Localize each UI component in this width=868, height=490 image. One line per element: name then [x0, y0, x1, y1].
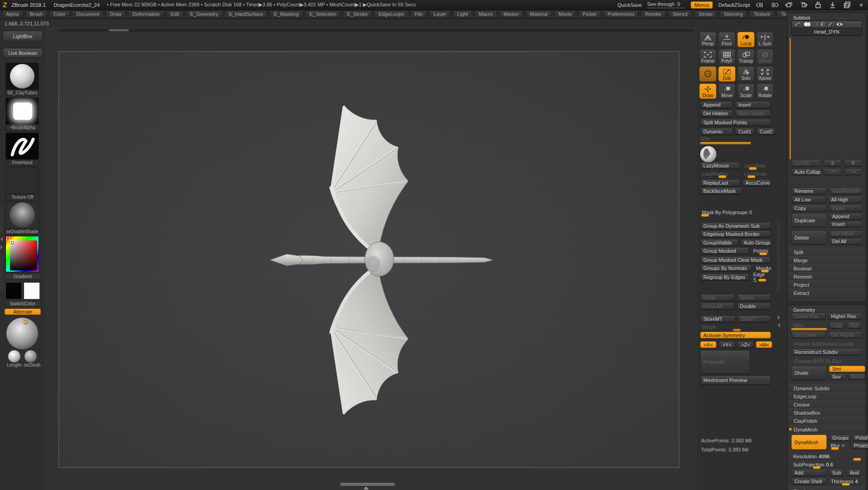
menu-item[interactable]: Picker	[579, 10, 601, 18]
divide-button[interactable]: Divide	[791, 366, 827, 380]
dynamesh-expander-row[interactable]: DynaMesh	[788, 425, 865, 433]
cust2-button[interactable]: Cust2	[756, 128, 775, 135]
divider-right-icon[interactable]	[799, 1, 808, 8]
switchcolor-button[interactable]: SwitchColor	[5, 300, 41, 307]
geometry-expander-row[interactable]: ShadowBox	[788, 408, 865, 416]
uv-map-icon[interactable]	[813, 22, 818, 27]
subtool-up-button[interactable]	[824, 160, 842, 167]
lazysnap-slider[interactable]: LazySnap	[742, 170, 771, 177]
thickness-slider[interactable]: Thickness4	[829, 478, 862, 485]
minimize-icon[interactable]	[828, 1, 837, 8]
alpha-selector[interactable]: ~BrushAlpha	[5, 98, 39, 131]
menu-item[interactable]: Layer	[430, 10, 451, 18]
subtool-item-name[interactable]: Head_DYN	[792, 28, 862, 35]
projectall-button[interactable]: ProjectAll	[700, 350, 750, 374]
lazyradius-slider[interactable]: LazyRadius	[700, 170, 740, 177]
all-low-button[interactable]: All Low	[791, 196, 826, 203]
canvas-top-scrollbar[interactable]	[59, 29, 693, 32]
close-icon[interactable]: ×	[857, 1, 865, 9]
panel-divider-arrow-icon[interactable]	[778, 315, 780, 320]
group-masked-button[interactable]: Group Masked	[700, 247, 749, 254]
subtool-header[interactable]: Subtool	[793, 15, 810, 20]
accucurve-button[interactable]: AccuCurve	[742, 179, 771, 186]
subtool-shuffle-up-button[interactable]	[824, 168, 842, 175]
split-hidden-button[interactable]: Split Hidden	[735, 110, 771, 117]
subprojection-slider[interactable]: SubProjection0.6	[791, 461, 862, 468]
menu-item[interactable]: Render	[641, 10, 666, 18]
smt-button[interactable]: Smt	[829, 366, 865, 372]
displacement-icon[interactable]	[820, 22, 825, 27]
geometry-sdiv-slider[interactable]: SDiv	[791, 322, 827, 328]
move-button[interactable]: MMove	[718, 83, 736, 99]
create-shell-button[interactable]: Create Shell	[791, 478, 827, 485]
lower-res-button[interactable]: Lower Res	[791, 313, 826, 319]
main-color-swatch[interactable]	[5, 282, 22, 299]
material-ball[interactable]	[6, 318, 38, 349]
rstr-button[interactable]: Rstr	[847, 322, 862, 328]
geometry-header[interactable]: Geometry	[793, 307, 815, 313]
polyf-button[interactable]: ine FillPolyF	[718, 49, 736, 64]
subtool-insert-button[interactable]: Insert	[829, 221, 862, 227]
menu-item[interactable]: E_Masking	[270, 10, 303, 18]
canvas-split-handle[interactable]	[364, 486, 368, 490]
duplicate-button[interactable]: Duplicate	[791, 213, 827, 227]
subtool-expander-row[interactable]: Split	[788, 248, 865, 256]
transp-button[interactable]: Transp	[737, 49, 755, 64]
suv-button[interactable]: Suv	[829, 373, 846, 380]
regroup-by-edges-button[interactable]: Regroup By Edges	[700, 274, 749, 280]
delete-button[interactable]: Delete	[791, 230, 827, 245]
split-masked-points-button[interactable]: Split Masked Points	[700, 119, 771, 126]
material-preview-dark[interactable]	[25, 350, 37, 363]
draw-button[interactable]: Draw	[699, 83, 716, 99]
grow-button[interactable]: Grow	[700, 294, 735, 301]
groups-by-normals-button[interactable]: Groups By Normals	[700, 265, 752, 271]
menu-item[interactable]: Stroke	[694, 10, 717, 18]
menu-item[interactable]: Document	[72, 10, 103, 18]
double-button[interactable]: Double	[737, 303, 771, 309]
cust1-button[interactable]: Cust1	[735, 128, 754, 135]
subtool-expander-row[interactable]: Extract	[788, 289, 865, 297]
cage-button[interactable]: Cage	[829, 322, 844, 328]
live-boolean-button[interactable]: Live Boolean	[3, 48, 43, 58]
ghost-button[interactable]: Ghost	[756, 49, 774, 64]
edit-button[interactable]: Edit	[718, 66, 736, 82]
dynamesh-project-button[interactable]: Project	[851, 442, 868, 449]
polish-slider[interactable]: Polish(	[751, 247, 771, 254]
groupvisible-button[interactable]: GroupVisible	[700, 239, 738, 246]
subtool-item[interactable]: Head_DYN	[791, 20, 862, 36]
see-through-track[interactable]	[647, 7, 685, 9]
scale-button[interactable]: SScale	[737, 83, 755, 99]
menu-item[interactable]: E_Geometry	[186, 10, 222, 18]
menu-item[interactable]: Marker	[500, 10, 523, 18]
activate-symmetry-button[interactable]: Activate Symmetry	[700, 332, 771, 338]
dynamesh-button[interactable]: DynaMesh	[791, 435, 827, 450]
texture-selector[interactable]: Texture Off	[5, 167, 39, 201]
floor-button[interactable]: x y zFloor	[718, 32, 736, 47]
del-higher-button[interactable]: Del Higher	[828, 331, 863, 338]
panel-scroll-strip[interactable]	[777, 219, 780, 292]
all-high-button[interactable]: All High	[828, 196, 863, 203]
group-as-dynamesh-sub-button[interactable]: Group As Dynamesh Sub	[700, 222, 771, 229]
menu-item[interactable]: E_Stroke	[343, 10, 372, 18]
restore-icon[interactable]	[843, 1, 852, 8]
menu-item[interactable]: Deformation	[128, 10, 164, 18]
grow-all-button[interactable]: Grow All	[700, 303, 735, 309]
del-lower-button[interactable]: Del Lower	[791, 331, 826, 338]
subtool-expander-row[interactable]: Project	[788, 280, 865, 289]
color-picker-sv-square[interactable]	[10, 240, 37, 270]
menu-item[interactable]: Material	[526, 10, 552, 18]
local-button[interactable]: Local	[737, 32, 755, 47]
menu-item[interactable]: Light	[453, 10, 472, 18]
menu-item[interactable]: Movie	[554, 10, 576, 18]
dynamesh-polish-button[interactable]: Polish	[852, 435, 868, 441]
gradient-button[interactable]: Gradient	[5, 273, 41, 279]
divider-left-icon[interactable]	[785, 1, 794, 8]
append-button[interactable]: Append	[700, 101, 733, 108]
menu-item[interactable]: Texture	[750, 10, 774, 18]
freeze-subdivision-button[interactable]: Freeze SubDivision Levels	[791, 340, 862, 347]
geometry-expander-row[interactable]: EdgeLoop	[788, 392, 865, 400]
menu-item[interactable]: Alpha	[2, 10, 23, 18]
polypaint-icon[interactable]	[804, 22, 811, 27]
menu-item[interactable]: Stencil	[668, 10, 691, 18]
lsym-button[interactable]: L.Sym	[756, 32, 774, 47]
